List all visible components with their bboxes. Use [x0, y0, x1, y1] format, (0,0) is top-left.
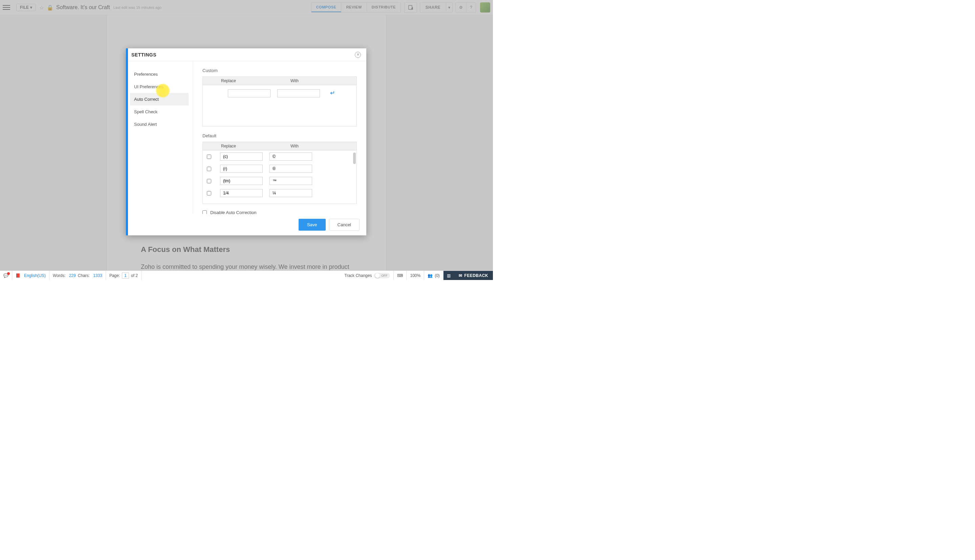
close-button[interactable]: ✕	[355, 52, 361, 58]
statusbar: 💬 📕 English(US) Words: 229 Chars: 1333 P…	[0, 270, 493, 280]
page-indicator[interactable]: Page: 1 of 2	[106, 271, 142, 280]
mail-icon: ✉	[459, 273, 462, 278]
collaborators-button[interactable]: 👥 (0)	[424, 271, 443, 280]
feedback-button[interactable]: ✉ FEEDBACK	[454, 271, 493, 280]
language-selector[interactable]: 📕 English(US)	[12, 271, 49, 280]
feedback-label: FEEDBACK	[464, 273, 488, 278]
default-replace-3[interactable]	[220, 189, 263, 197]
nav-ui-preferences[interactable]: UI Preferences	[130, 80, 189, 93]
nav-preferences[interactable]: Preferences	[130, 68, 189, 80]
collab-count: (0)	[435, 273, 440, 278]
chat-button[interactable]: 💬	[0, 271, 12, 280]
disable-auto-correct-checkbox[interactable]	[202, 210, 207, 214]
default-with-3[interactable]	[269, 189, 312, 197]
nav-sound-alert[interactable]: Sound Alert	[130, 118, 189, 130]
settings-modal: SETTINGS ✕ Preferences UI Preferences Au…	[126, 48, 366, 235]
modal-title: SETTINGS	[131, 52, 156, 57]
custom-section-label: Custom	[202, 68, 357, 73]
default-checkbox-2[interactable]	[207, 179, 211, 183]
default-replace-1[interactable]	[220, 165, 263, 173]
cancel-button[interactable]: Cancel	[329, 219, 360, 231]
words-value: 229	[68, 273, 76, 278]
default-checkbox-0[interactable]	[207, 155, 211, 159]
default-row	[203, 163, 356, 175]
page-current[interactable]: 1	[122, 273, 129, 278]
scrollbar-thumb[interactable]	[353, 153, 356, 164]
default-row	[203, 175, 356, 187]
zoom-control[interactable]: 100%	[406, 271, 424, 280]
default-replace-2[interactable]	[220, 177, 263, 185]
chars-label: Chars:	[78, 273, 90, 278]
notification-badge	[7, 272, 10, 275]
language-label: English(US)	[23, 273, 46, 278]
save-button[interactable]: Save	[299, 219, 326, 231]
modal-footer: Save Cancel	[126, 214, 366, 235]
book-icon: 📕	[15, 273, 21, 278]
track-changes-toggle[interactable]: Track Changes OFF	[341, 271, 394, 280]
reader-mode-button[interactable]: ▥	[443, 271, 454, 280]
keyboard-icon: ⌨	[397, 273, 403, 278]
default-table-body	[202, 150, 357, 204]
col-replace-2: Replace	[203, 142, 287, 150]
col-replace: Replace	[203, 77, 287, 85]
default-replace-0[interactable]	[220, 153, 263, 161]
chars-value: 1333	[92, 273, 102, 278]
default-section-label: Default	[202, 133, 357, 138]
zoom-value: 100%	[410, 273, 420, 278]
settings-content: Custom Replace With ↵ Default Replace Wi…	[193, 61, 366, 214]
custom-table-body: ↵	[202, 85, 357, 127]
words-label: Words:	[53, 273, 66, 278]
page-label: Page:	[109, 273, 120, 278]
default-checkbox-3[interactable]	[207, 191, 211, 195]
enter-icon[interactable]: ↵	[330, 89, 335, 97]
track-label: Track Changes	[345, 273, 372, 278]
default-table-header: Replace With	[202, 142, 357, 150]
default-row	[203, 187, 356, 199]
settings-nav: Preferences UI Preferences Auto Correct …	[126, 61, 193, 214]
people-icon: 👥	[428, 273, 433, 278]
default-checkbox-1[interactable]	[207, 167, 211, 171]
page-total: of 2	[131, 273, 138, 278]
default-row	[203, 150, 356, 163]
word-count[interactable]: Words: 229 Chars: 1333	[49, 271, 106, 280]
custom-table-header: Replace With	[202, 77, 357, 85]
close-icon: ✕	[356, 52, 360, 57]
disable-row: Disable Auto Correction	[202, 210, 357, 214]
keyboard-button[interactable]: ⌨	[394, 271, 406, 280]
nav-spell-check[interactable]: Spell Check	[130, 105, 189, 118]
nav-auto-correct[interactable]: Auto Correct	[130, 93, 189, 105]
toggle-switch[interactable]: OFF	[374, 273, 390, 278]
default-with-2[interactable]	[269, 177, 312, 185]
custom-replace-input[interactable]	[228, 89, 271, 97]
col-with-2: With	[287, 142, 356, 150]
disable-label: Disable Auto Correction	[210, 210, 257, 214]
toggle-state: OFF	[380, 274, 389, 277]
modal-header: SETTINGS ✕	[126, 48, 366, 61]
default-with-1[interactable]	[269, 165, 312, 173]
col-with: With	[287, 77, 356, 85]
reader-icon: ▥	[447, 273, 451, 278]
default-with-0[interactable]	[269, 153, 312, 161]
custom-with-input[interactable]	[277, 89, 320, 97]
